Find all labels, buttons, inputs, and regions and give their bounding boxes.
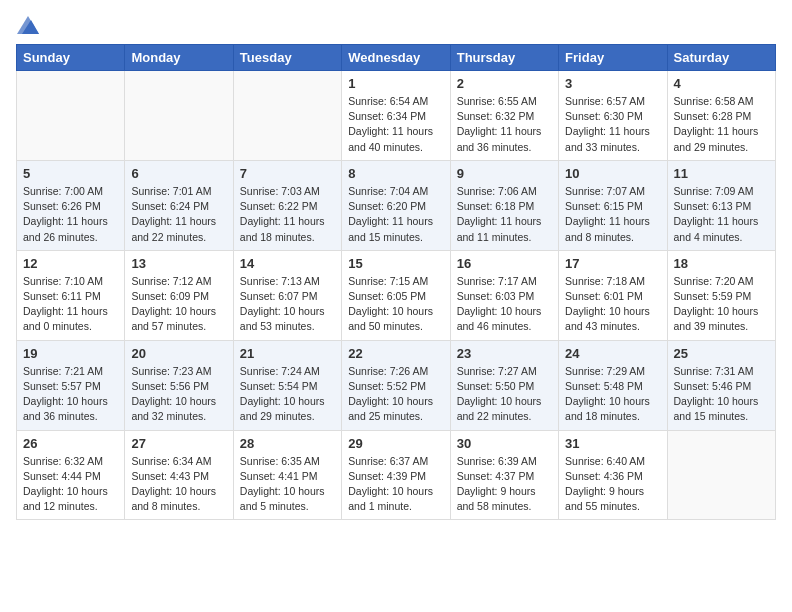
day-number: 28 bbox=[240, 436, 335, 451]
calendar-cell: 22Sunrise: 7:26 AM Sunset: 5:52 PM Dayli… bbox=[342, 340, 450, 430]
column-header-friday: Friday bbox=[559, 45, 667, 71]
day-number: 7 bbox=[240, 166, 335, 181]
day-info: Sunrise: 6:57 AM Sunset: 6:30 PM Dayligh… bbox=[565, 94, 660, 155]
day-number: 16 bbox=[457, 256, 552, 271]
day-number: 26 bbox=[23, 436, 118, 451]
day-number: 30 bbox=[457, 436, 552, 451]
day-info: Sunrise: 7:09 AM Sunset: 6:13 PM Dayligh… bbox=[674, 184, 769, 245]
calendar-cell: 30Sunrise: 6:39 AM Sunset: 4:37 PM Dayli… bbox=[450, 430, 558, 520]
calendar-cell: 31Sunrise: 6:40 AM Sunset: 4:36 PM Dayli… bbox=[559, 430, 667, 520]
day-info: Sunrise: 7:23 AM Sunset: 5:56 PM Dayligh… bbox=[131, 364, 226, 425]
calendar-week-row: 19Sunrise: 7:21 AM Sunset: 5:57 PM Dayli… bbox=[17, 340, 776, 430]
column-header-monday: Monday bbox=[125, 45, 233, 71]
calendar-cell: 10Sunrise: 7:07 AM Sunset: 6:15 PM Dayli… bbox=[559, 160, 667, 250]
day-number: 22 bbox=[348, 346, 443, 361]
calendar-cell: 15Sunrise: 7:15 AM Sunset: 6:05 PM Dayli… bbox=[342, 250, 450, 340]
calendar-cell: 18Sunrise: 7:20 AM Sunset: 5:59 PM Dayli… bbox=[667, 250, 775, 340]
calendar-week-row: 5Sunrise: 7:00 AM Sunset: 6:26 PM Daylig… bbox=[17, 160, 776, 250]
calendar-cell bbox=[17, 71, 125, 161]
day-info: Sunrise: 6:40 AM Sunset: 4:36 PM Dayligh… bbox=[565, 454, 660, 515]
day-number: 8 bbox=[348, 166, 443, 181]
calendar-cell: 14Sunrise: 7:13 AM Sunset: 6:07 PM Dayli… bbox=[233, 250, 341, 340]
column-header-wednesday: Wednesday bbox=[342, 45, 450, 71]
calendar-cell: 8Sunrise: 7:04 AM Sunset: 6:20 PM Daylig… bbox=[342, 160, 450, 250]
day-number: 11 bbox=[674, 166, 769, 181]
day-info: Sunrise: 7:04 AM Sunset: 6:20 PM Dayligh… bbox=[348, 184, 443, 245]
day-number: 27 bbox=[131, 436, 226, 451]
calendar-cell: 2Sunrise: 6:55 AM Sunset: 6:32 PM Daylig… bbox=[450, 71, 558, 161]
calendar-cell: 6Sunrise: 7:01 AM Sunset: 6:24 PM Daylig… bbox=[125, 160, 233, 250]
day-info: Sunrise: 6:37 AM Sunset: 4:39 PM Dayligh… bbox=[348, 454, 443, 515]
day-info: Sunrise: 6:58 AM Sunset: 6:28 PM Dayligh… bbox=[674, 94, 769, 155]
day-number: 14 bbox=[240, 256, 335, 271]
day-number: 21 bbox=[240, 346, 335, 361]
day-number: 20 bbox=[131, 346, 226, 361]
calendar-cell: 28Sunrise: 6:35 AM Sunset: 4:41 PM Dayli… bbox=[233, 430, 341, 520]
calendar-cell: 25Sunrise: 7:31 AM Sunset: 5:46 PM Dayli… bbox=[667, 340, 775, 430]
column-header-tuesday: Tuesday bbox=[233, 45, 341, 71]
calendar-cell: 9Sunrise: 7:06 AM Sunset: 6:18 PM Daylig… bbox=[450, 160, 558, 250]
day-info: Sunrise: 7:24 AM Sunset: 5:54 PM Dayligh… bbox=[240, 364, 335, 425]
calendar-cell: 13Sunrise: 7:12 AM Sunset: 6:09 PM Dayli… bbox=[125, 250, 233, 340]
day-info: Sunrise: 6:55 AM Sunset: 6:32 PM Dayligh… bbox=[457, 94, 552, 155]
day-number: 25 bbox=[674, 346, 769, 361]
calendar-cell: 19Sunrise: 7:21 AM Sunset: 5:57 PM Dayli… bbox=[17, 340, 125, 430]
calendar-week-row: 26Sunrise: 6:32 AM Sunset: 4:44 PM Dayli… bbox=[17, 430, 776, 520]
calendar-cell: 7Sunrise: 7:03 AM Sunset: 6:22 PM Daylig… bbox=[233, 160, 341, 250]
day-info: Sunrise: 7:03 AM Sunset: 6:22 PM Dayligh… bbox=[240, 184, 335, 245]
day-number: 10 bbox=[565, 166, 660, 181]
day-info: Sunrise: 7:15 AM Sunset: 6:05 PM Dayligh… bbox=[348, 274, 443, 335]
column-header-thursday: Thursday bbox=[450, 45, 558, 71]
calendar-cell: 4Sunrise: 6:58 AM Sunset: 6:28 PM Daylig… bbox=[667, 71, 775, 161]
day-number: 18 bbox=[674, 256, 769, 271]
page-header bbox=[16, 16, 776, 34]
calendar-cell: 23Sunrise: 7:27 AM Sunset: 5:50 PM Dayli… bbox=[450, 340, 558, 430]
calendar-cell bbox=[667, 430, 775, 520]
calendar-week-row: 12Sunrise: 7:10 AM Sunset: 6:11 PM Dayli… bbox=[17, 250, 776, 340]
day-info: Sunrise: 7:10 AM Sunset: 6:11 PM Dayligh… bbox=[23, 274, 118, 335]
calendar-week-row: 1Sunrise: 6:54 AM Sunset: 6:34 PM Daylig… bbox=[17, 71, 776, 161]
day-info: Sunrise: 7:29 AM Sunset: 5:48 PM Dayligh… bbox=[565, 364, 660, 425]
day-info: Sunrise: 7:26 AM Sunset: 5:52 PM Dayligh… bbox=[348, 364, 443, 425]
day-number: 3 bbox=[565, 76, 660, 91]
calendar-header-row: SundayMondayTuesdayWednesdayThursdayFrid… bbox=[17, 45, 776, 71]
calendar-cell bbox=[233, 71, 341, 161]
calendar-cell: 17Sunrise: 7:18 AM Sunset: 6:01 PM Dayli… bbox=[559, 250, 667, 340]
day-info: Sunrise: 7:01 AM Sunset: 6:24 PM Dayligh… bbox=[131, 184, 226, 245]
day-info: Sunrise: 7:18 AM Sunset: 6:01 PM Dayligh… bbox=[565, 274, 660, 335]
calendar-cell: 24Sunrise: 7:29 AM Sunset: 5:48 PM Dayli… bbox=[559, 340, 667, 430]
day-number: 15 bbox=[348, 256, 443, 271]
day-number: 6 bbox=[131, 166, 226, 181]
day-number: 31 bbox=[565, 436, 660, 451]
day-info: Sunrise: 7:13 AM Sunset: 6:07 PM Dayligh… bbox=[240, 274, 335, 335]
calendar-table: SundayMondayTuesdayWednesdayThursdayFrid… bbox=[16, 44, 776, 520]
day-number: 5 bbox=[23, 166, 118, 181]
day-number: 12 bbox=[23, 256, 118, 271]
logo-icon bbox=[17, 16, 39, 34]
day-info: Sunrise: 7:06 AM Sunset: 6:18 PM Dayligh… bbox=[457, 184, 552, 245]
day-info: Sunrise: 7:20 AM Sunset: 5:59 PM Dayligh… bbox=[674, 274, 769, 335]
day-info: Sunrise: 6:32 AM Sunset: 4:44 PM Dayligh… bbox=[23, 454, 118, 515]
calendar-cell: 27Sunrise: 6:34 AM Sunset: 4:43 PM Dayli… bbox=[125, 430, 233, 520]
calendar-cell: 29Sunrise: 6:37 AM Sunset: 4:39 PM Dayli… bbox=[342, 430, 450, 520]
day-info: Sunrise: 7:17 AM Sunset: 6:03 PM Dayligh… bbox=[457, 274, 552, 335]
day-info: Sunrise: 6:39 AM Sunset: 4:37 PM Dayligh… bbox=[457, 454, 552, 515]
calendar-cell bbox=[125, 71, 233, 161]
day-info: Sunrise: 7:07 AM Sunset: 6:15 PM Dayligh… bbox=[565, 184, 660, 245]
day-info: Sunrise: 6:35 AM Sunset: 4:41 PM Dayligh… bbox=[240, 454, 335, 515]
column-header-sunday: Sunday bbox=[17, 45, 125, 71]
day-info: Sunrise: 7:00 AM Sunset: 6:26 PM Dayligh… bbox=[23, 184, 118, 245]
day-number: 29 bbox=[348, 436, 443, 451]
logo bbox=[16, 16, 39, 34]
day-number: 4 bbox=[674, 76, 769, 91]
day-number: 1 bbox=[348, 76, 443, 91]
day-number: 9 bbox=[457, 166, 552, 181]
calendar-cell: 12Sunrise: 7:10 AM Sunset: 6:11 PM Dayli… bbox=[17, 250, 125, 340]
calendar-cell: 20Sunrise: 7:23 AM Sunset: 5:56 PM Dayli… bbox=[125, 340, 233, 430]
day-info: Sunrise: 6:34 AM Sunset: 4:43 PM Dayligh… bbox=[131, 454, 226, 515]
day-info: Sunrise: 6:54 AM Sunset: 6:34 PM Dayligh… bbox=[348, 94, 443, 155]
day-info: Sunrise: 7:31 AM Sunset: 5:46 PM Dayligh… bbox=[674, 364, 769, 425]
calendar-cell: 11Sunrise: 7:09 AM Sunset: 6:13 PM Dayli… bbox=[667, 160, 775, 250]
day-number: 2 bbox=[457, 76, 552, 91]
calendar-cell: 1Sunrise: 6:54 AM Sunset: 6:34 PM Daylig… bbox=[342, 71, 450, 161]
